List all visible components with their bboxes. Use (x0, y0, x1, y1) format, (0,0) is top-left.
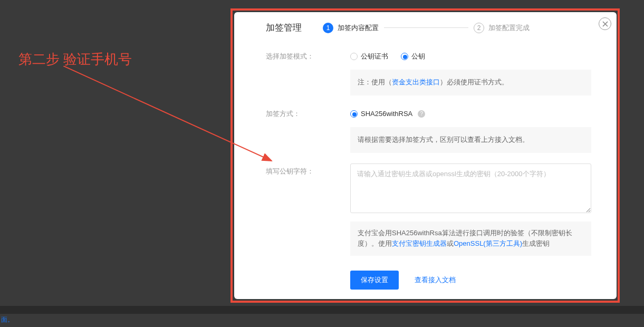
step-2-circle: 2 (474, 23, 484, 33)
fund-api-link[interactable]: 资金支出类接口 (392, 78, 440, 86)
help-p2: 生成密钥 (522, 239, 550, 247)
sign-type-note: 请根据需要选择加签方式，区别可以查看上方接入文档。 (350, 127, 591, 153)
label-sign-type: 加签方式： (266, 106, 350, 119)
step-line (384, 27, 468, 28)
radio-sha256[interactable]: SHA256withRSA ? (350, 110, 425, 118)
radio-publickey[interactable]: 公钥 (401, 52, 425, 61)
modal-header: 加签管理 1 加签内容配置 2 加签配置完成 (234, 12, 617, 43)
note-prefix: 注：使用（ (358, 78, 392, 86)
view-doc-link[interactable]: 查看接入文档 (415, 275, 456, 285)
label-sign-mode: 选择加签模式： (266, 49, 350, 61)
keygen-link[interactable]: 支付宝密钥生成器 (392, 239, 447, 247)
stepper: 1 加签内容配置 2 加签配置完成 (323, 23, 530, 33)
step-2-label: 加签配置完成 (488, 23, 530, 33)
annotation-step2-text: 第二步 验证手机号 (18, 50, 132, 69)
sign-type-radio-group: SHA256withRSA ? (350, 106, 591, 122)
radio-cert-label: 公钥证书 (361, 52, 388, 61)
step-1-circle: 1 (323, 23, 333, 33)
step-1-label: 加签内容配置 (338, 23, 379, 33)
button-row: 保存设置 查看接入文档 (350, 271, 591, 290)
row-sign-mode: 选择加签模式： 公钥证书 公钥 注：使用（资金支出类接口）必须使用证书方式。 (266, 49, 591, 95)
modal-body: 选择加签模式： 公钥证书 公钥 注：使用（资金支出类接口）必须使用证书方式。 (234, 43, 617, 299)
step-1: 1 加签内容配置 (323, 23, 379, 33)
save-button[interactable]: 保存设置 (350, 271, 399, 290)
radio-sha256-label: SHA256withRSA (361, 110, 412, 118)
close-button[interactable] (599, 17, 611, 30)
footer-text: 面。 (1, 315, 14, 324)
radio-icon (350, 110, 358, 118)
radio-cert[interactable]: 公钥证书 (350, 52, 388, 61)
sign-mode-note: 注：使用（资金支出类接口）必须使用证书方式。 (350, 70, 591, 95)
openssl-link[interactable]: OpenSSL(第三方工具) (454, 239, 522, 247)
row-public-key: 填写公钥字符： 支付宝会用SHA256withRsa算法进行接口调用时的验签（不… (266, 164, 591, 290)
row-sign-type: 加签方式： SHA256withRSA ? 请根据需要选择加签方式，区别可以查看… (266, 106, 591, 153)
radio-publickey-label: 公钥 (411, 52, 425, 61)
label-public-key: 填写公钥字符： (266, 164, 350, 176)
public-key-help: 支付宝会用SHA256withRsa算法进行接口调用时的验签（不限制密钥长度）。… (350, 222, 591, 256)
public-key-textarea[interactable] (350, 164, 591, 213)
close-icon (602, 21, 608, 27)
modal-title: 加签管理 (266, 22, 302, 34)
sign-mode-radio-group: 公钥证书 公钥 (350, 49, 591, 64)
help-icon[interactable]: ? (418, 110, 425, 118)
note-suffix: ）必须使用证书方式。 (440, 78, 508, 86)
radio-icon (401, 53, 408, 60)
signing-modal: 加签管理 1 加签内容配置 2 加签配置完成 选择加签模式： 公钥证书 (234, 12, 617, 299)
radio-icon (350, 53, 358, 60)
footer-bar (0, 306, 644, 314)
help-mid: 或 (447, 239, 454, 247)
step-2: 2 加签配置完成 (474, 23, 530, 33)
